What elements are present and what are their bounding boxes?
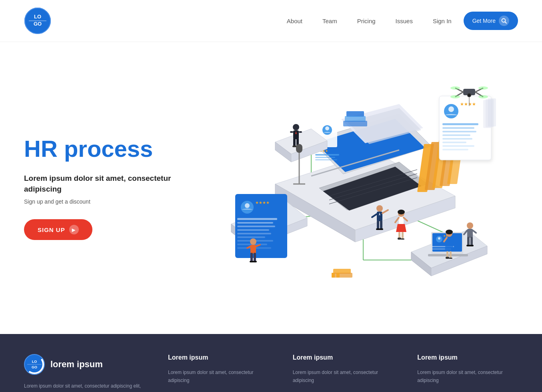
footer-col2-title: Lorem ipsum (293, 354, 394, 361)
iso-scene: ★★★★ (195, 64, 499, 312)
svg-rect-120 (250, 253, 253, 262)
svg-rect-139 (470, 237, 473, 246)
footer-col-3: Lorem ipsum Lorem ipsum dolor sit amet, … (417, 354, 518, 392)
svg-point-151 (450, 95, 460, 98)
svg-rect-143 (470, 245, 474, 246)
svg-rect-47 (442, 142, 466, 143)
stacked-box-top (343, 111, 367, 126)
nav-about[interactable]: About (287, 18, 302, 24)
svg-point-150 (478, 86, 488, 90)
svg-point-118 (250, 238, 256, 245)
svg-rect-119 (250, 245, 256, 254)
footer-brand-name: lorem ipsum (50, 359, 103, 370)
footer-logo-section: LO GO lorem ipsum Lorem ipsum dolor sit … (24, 354, 144, 392)
footer-description: Lorem ipsum dolor sit amet, consectetur … (24, 382, 144, 392)
hero-text-block: HR process Lorem ipsum dolor sit amet, c… (24, 136, 176, 240)
hero-section: HR process Lorem ipsum dolor sit amet, c… (0, 42, 542, 334)
svg-rect-28 (315, 157, 335, 158)
svg-point-40 (448, 106, 454, 112)
svg-marker-129 (445, 243, 454, 251)
svg-rect-134 (446, 257, 449, 259)
svg-rect-77 (332, 273, 335, 278)
svg-point-25 (325, 126, 329, 130)
svg-point-90 (293, 124, 299, 130)
svg-rect-113 (402, 232, 404, 238)
logo-icon: LO GO (24, 7, 51, 34)
svg-point-152 (478, 95, 488, 98)
footer-col3-text2: Lorem ipsum dolor sit amet (417, 390, 518, 392)
nav-issues[interactable]: Issues (396, 18, 413, 24)
svg-rect-27 (315, 154, 339, 156)
svg-point-58 (245, 203, 250, 208)
footer-col1-text2: Lorem ipsum dolor sit amet (168, 390, 269, 392)
svg-rect-96 (299, 131, 302, 133)
svg-rect-103 (380, 220, 382, 229)
svg-rect-102 (377, 220, 379, 229)
svg-rect-29 (315, 159, 337, 160)
svg-rect-62 (237, 226, 275, 227)
svg-rect-107 (379, 228, 383, 230)
svg-rect-116 (398, 238, 401, 240)
hero-title: HR process (24, 136, 176, 162)
illustration-svg: ★★★★ (195, 64, 499, 312)
footer-col2-text2: Lorem ipsum dolor sit amet (293, 390, 394, 392)
svg-text:LO: LO (34, 14, 41, 20)
svg-marker-111 (396, 224, 406, 232)
search-icon (499, 16, 509, 26)
svg-rect-112 (398, 232, 400, 238)
svg-point-99 (376, 205, 383, 212)
svg-rect-65 (237, 236, 265, 238)
svg-rect-44 (442, 131, 476, 132)
svg-text:★★★★: ★★★★ (255, 200, 270, 205)
svg-rect-125 (253, 261, 257, 262)
footer-logo-icon: LO GO (24, 354, 45, 375)
svg-rect-95 (290, 131, 293, 133)
footer-logo-row: LO GO lorem ipsum (24, 354, 144, 375)
svg-rect-74 (343, 121, 367, 126)
svg-text:GO: GO (34, 21, 42, 27)
hero-description: Sign up and get a discount (24, 198, 176, 205)
svg-rect-64 (237, 233, 271, 234)
svg-rect-158 (296, 144, 302, 153)
footer-col1-title: Lorem ipsum (168, 354, 269, 361)
nav-signin[interactable]: Sign In (433, 18, 452, 24)
svg-point-154 (468, 94, 470, 96)
svg-rect-45 (442, 134, 470, 136)
footer-grid: LO GO lorem ipsum Lorem ipsum dolor sit … (24, 354, 518, 392)
svg-rect-131 (450, 251, 452, 258)
svg-rect-93 (293, 138, 296, 146)
main-nav: About Team Pricing Issues Sign In (287, 18, 452, 24)
svg-rect-48 (442, 145, 474, 147)
svg-rect-61 (237, 222, 273, 224)
footer: LO GO lorem ipsum Lorem ipsum dolor sit … (0, 334, 542, 392)
signup-button[interactable]: SIGN UP ► (24, 219, 92, 240)
svg-rect-138 (467, 237, 470, 246)
svg-text:GO: GO (32, 365, 37, 369)
arrow-icon: ► (69, 225, 79, 234)
footer-col3-title: Lorem ipsum (417, 354, 518, 361)
svg-rect-42 (442, 123, 478, 125)
svg-point-109 (398, 210, 405, 214)
footer-col1-text1: Lorem ipsum dolor sit amet, consectetur … (168, 368, 269, 385)
svg-point-136 (467, 222, 473, 229)
svg-rect-73 (345, 116, 366, 122)
svg-text:LO: LO (32, 360, 37, 364)
svg-line-6 (505, 22, 507, 24)
svg-rect-135 (449, 258, 452, 259)
nav-team[interactable]: Team (322, 18, 337, 24)
svg-rect-72 (346, 111, 364, 117)
footer-col3-text1: Lorem ipsum dolor sit amet, consectetur … (417, 368, 518, 385)
svg-rect-130 (446, 251, 448, 258)
svg-rect-52 (488, 98, 496, 126)
logo-container[interactable]: LO GO (24, 7, 51, 34)
hero-illustration: ★★★★ (176, 58, 518, 318)
get-more-button[interactable]: Get More (464, 12, 518, 30)
footer-col-2: Lorem ipsum Lorem ipsum dolor sit amet, … (293, 354, 394, 392)
footer-col2-text1: Lorem ipsum dolor sit amet, consectetur … (293, 368, 394, 385)
blue-data-card: ★★★★ (235, 194, 287, 258)
nav-pricing[interactable]: Pricing (357, 18, 376, 24)
laptop-screen: ★★★★ (311, 104, 431, 174)
header: LO GO About Team Pricing Issues Sign In … (0, 0, 542, 42)
profile-card-floating: ★★★★ (439, 96, 496, 160)
svg-text:★★★★: ★★★★ (460, 102, 476, 106)
